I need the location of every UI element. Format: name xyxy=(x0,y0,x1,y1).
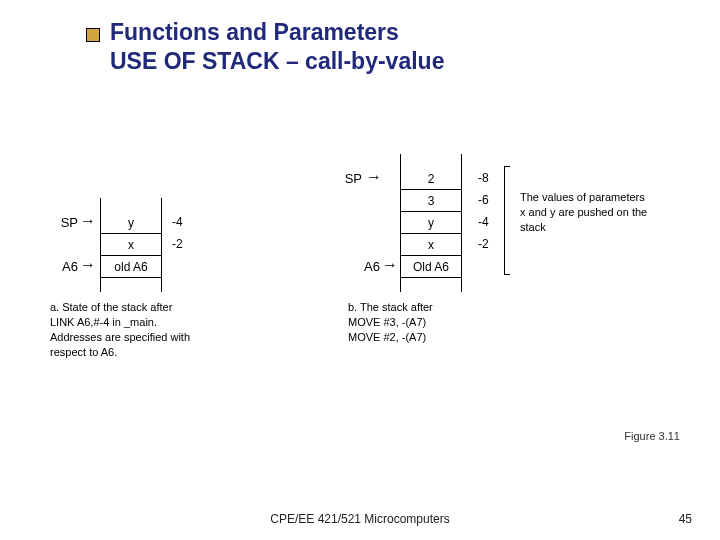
stack-a-offset-x: -2 xyxy=(172,237,183,251)
slide-title: Functions and Parameters USE OF STACK – … xyxy=(110,18,444,76)
figure-area: y x old A6 SP → A6 → -4 -2 a. State of t… xyxy=(60,140,700,490)
stack-b-cell-olda6: Old A6 xyxy=(401,256,461,278)
stack-b-cell-y: y xyxy=(401,212,461,234)
caption-a: a. State of the stack after LINK A6,#-4 … xyxy=(50,300,195,359)
stack-b-cell-3: 3 xyxy=(401,190,461,212)
title-bullet xyxy=(86,28,100,42)
arrow-icon: → xyxy=(366,169,380,185)
title-line-2: USE OF STACK – call-by-value xyxy=(110,47,444,76)
stack-a: y x old A6 xyxy=(100,198,162,292)
stack-a-cell-olda6: old A6 xyxy=(101,256,161,278)
stack-b-cell-x: x xyxy=(401,234,461,256)
stack-a-cell-x: x xyxy=(101,234,161,256)
caption-b: b. The stack after MOVE #3, -(A7) MOVE #… xyxy=(348,300,493,345)
arrow-icon: → xyxy=(382,257,396,273)
stack-b-offset-2: -2 xyxy=(478,237,489,251)
stack-b-sp-label: SP xyxy=(332,171,362,186)
stack-a-offset-y: -4 xyxy=(172,215,183,229)
title-line-1: Functions and Parameters xyxy=(110,18,444,47)
stack-b-offset-4: -4 xyxy=(478,215,489,229)
stack-b-cell-2: 2 xyxy=(401,168,461,190)
brace-line xyxy=(504,166,505,274)
footer-course: CPE/EE 421/521 Microcomputers xyxy=(0,512,720,526)
side-note: The values of parameters x and y are pus… xyxy=(520,190,650,235)
figure-label: Figure 3.11 xyxy=(624,430,680,442)
arrow-icon: → xyxy=(80,213,94,229)
stack-b: 2 3 y x Old A6 xyxy=(400,154,462,292)
brace-bottom xyxy=(504,274,510,275)
stack-a-cell-y: y xyxy=(101,212,161,234)
footer-page-number: 45 xyxy=(679,512,692,526)
stack-b-a6-label: A6 xyxy=(350,259,380,274)
arrow-icon: → xyxy=(80,257,94,273)
stack-b-offset-8: -8 xyxy=(478,171,489,185)
stack-b-offset-6: -6 xyxy=(478,193,489,207)
brace-top xyxy=(504,166,510,167)
stack-a-sp-label: SP xyxy=(48,215,78,230)
stack-a-a6-label: A6 xyxy=(48,259,78,274)
